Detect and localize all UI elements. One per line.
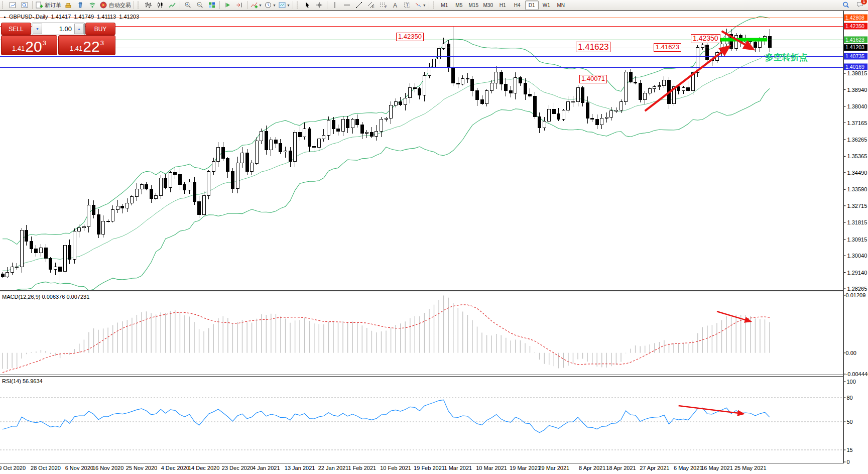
price-chart[interactable]: 1.398151.389401.380401.371651.362651.353… <box>0 11 868 474</box>
turning-point-note[interactable]: 多空转折点 <box>765 52 808 63</box>
ohlc-low: 1.41113 <box>97 14 116 20</box>
metaeditor-icon[interactable] <box>62 1 74 10</box>
zoom-out-icon[interactable] <box>194 1 206 10</box>
svg-text:1.42808: 1.42808 <box>845 15 864 21</box>
date-axis-label: 4 Jan 2021 <box>253 465 280 471</box>
toolbar-drag-handle[interactable] <box>297 2 300 9</box>
svg-text:F: F <box>385 5 387 9</box>
toolbar-drag-handle[interactable] <box>2 2 5 9</box>
templates-dropdown-caret[interactable]: ▼ <box>287 4 290 7</box>
volume-stepper[interactable]: ▼ 1.00 ▲ <box>32 23 85 35</box>
toolbar-separator <box>134 1 134 9</box>
periods-icon[interactable]: ▼ <box>263 1 277 10</box>
arrows-dropdown-caret[interactable]: ▼ <box>423 4 426 7</box>
price-callout[interactable]: 1.42350 <box>396 33 424 41</box>
price-axis-tick: 1.38040 <box>847 103 867 109</box>
date-axis-label: 19 Feb 2021 <box>414 465 445 471</box>
new-chart-icon[interactable] <box>7 1 19 10</box>
line-chart-icon[interactable] <box>166 1 178 10</box>
price-axis-tick: 1.30040 <box>847 253 867 259</box>
chart-window[interactable]: 1.398151.389401.380401.371651.362651.353… <box>0 11 868 474</box>
text-icon[interactable]: A <box>389 1 401 10</box>
symbol-header: ▲ GBPUSD-,Daily 1.41417 1.41749 1.41113 … <box>3 14 139 20</box>
timeframe-m30[interactable]: M30 <box>481 1 495 10</box>
arrows-tool-icon[interactable]: ▼ <box>413 1 427 10</box>
macd-axis-tick: 0.00 <box>846 350 856 356</box>
text-label-icon[interactable]: T <box>401 1 413 10</box>
price-axis-tick: 1.29140 <box>847 270 867 276</box>
buy-button[interactable]: BUY <box>85 23 115 35</box>
toolbar-separator <box>32 1 33 9</box>
date-axis-label: 1 Feb 2021 <box>348 465 376 471</box>
timeframe-h1[interactable]: H1 <box>496 1 510 10</box>
crosshair-icon[interactable] <box>313 1 325 10</box>
community-icon[interactable] <box>74 1 86 10</box>
buy-price-button[interactable]: 1.41 22 3 <box>58 35 115 55</box>
price-callout[interactable]: 1.41623 <box>654 43 681 52</box>
svg-text:A: A <box>393 2 397 9</box>
date-axis-label: 29 Mar 2021 <box>538 465 569 471</box>
date-axis-label: 25 May 2021 <box>734 465 767 471</box>
timeframe-mn[interactable]: MN <box>554 1 568 10</box>
sell-price-button[interactable]: 1.41 20 3 <box>1 35 57 55</box>
vertical-line-icon[interactable] <box>329 1 341 10</box>
search-icon[interactable] <box>840 1 852 10</box>
candlestick-chart-icon[interactable] <box>154 1 166 10</box>
timeframe-w1[interactable]: W1 <box>540 1 553 10</box>
indicators-dropdown-caret[interactable]: ▼ <box>259 4 262 7</box>
equidistant-channel-icon[interactable]: E <box>365 1 377 10</box>
fibonacci-icon[interactable]: F <box>377 1 389 10</box>
date-axis-label: 25 Nov 2020 <box>126 465 157 471</box>
date-axis-label: 16 May 2021 <box>701 465 733 471</box>
templates-icon[interactable]: ▼ <box>277 1 291 10</box>
toolbar-separator <box>247 1 247 9</box>
timeframe-m5[interactable]: M5 <box>452 1 466 10</box>
timeframe-d1[interactable]: D1 <box>525 1 539 10</box>
buy-price-prefix: 1.41 <box>70 45 82 52</box>
price-axis-tick: 1.37165 <box>847 120 867 126</box>
price-axis-tick: 1.33590 <box>847 186 867 192</box>
notifications-icon[interactable]: 1 <box>856 1 865 10</box>
timeframe-h4[interactable]: H4 <box>511 1 524 10</box>
macd-axis-tick: -0.004446 <box>846 371 868 377</box>
svg-text:1.40735: 1.40735 <box>845 53 864 59</box>
signals-icon[interactable] <box>86 1 98 10</box>
zoom-in-icon[interactable] <box>182 1 194 10</box>
date-axis-label: 27 Apr 2021 <box>640 465 669 471</box>
timeframe-m1[interactable]: M1 <box>438 1 451 10</box>
toolbar-drag-handle[interactable] <box>138 2 141 9</box>
price-callout[interactable]: 1.41623 <box>576 42 610 52</box>
price-axis-tick: 1.30915 <box>847 236 867 243</box>
autotrading-button[interactable]: 自动交易 <box>98 1 132 10</box>
market-watch-icon[interactable] <box>19 1 31 10</box>
periods-dropdown-caret[interactable]: ▼ <box>273 4 276 7</box>
toolbar-drag-handle[interactable] <box>433 2 436 9</box>
price-callout[interactable]: 1.40071 <box>579 75 607 83</box>
volume-decrease-button[interactable]: ▼ <box>33 24 42 34</box>
rsi-axis-tick: 100 <box>847 379 856 385</box>
rsi-indicator-label: RSI(14) 56.9634 <box>2 378 43 384</box>
price-axis-tick: 1.32715 <box>847 203 867 209</box>
bar-chart-icon[interactable] <box>142 1 154 10</box>
ohlc-close: 1.41203 <box>119 14 139 20</box>
cursor-icon[interactable] <box>301 1 313 10</box>
date-axis-label: 6 Nov 2020 <box>65 465 93 471</box>
volume-increase-button[interactable]: ▲ <box>74 24 84 34</box>
date-axis[interactable]: 9 Oct 202028 Oct 20206 Nov 202016 Nov 20… <box>0 465 767 471</box>
sell-button[interactable]: SELL <box>1 23 31 35</box>
timeframe-m15[interactable]: M15 <box>467 1 480 10</box>
horizontal-line-icon[interactable] <box>341 1 353 10</box>
volume-input[interactable]: 1.00 <box>43 23 74 35</box>
tile-windows-icon[interactable] <box>206 1 218 10</box>
chart-shift-icon[interactable] <box>233 1 245 10</box>
trendline-icon[interactable] <box>353 1 365 10</box>
new-order-button[interactable]: 新订单 <box>34 1 62 10</box>
svg-text:1.41203: 1.41203 <box>845 44 864 50</box>
price-axis-tick: 1.28265 <box>847 286 867 292</box>
auto-scroll-icon[interactable] <box>221 1 233 10</box>
macd-axis-tick: 0.01209 <box>846 292 866 298</box>
mt4-terminal: 新订单 自动交易 <box>0 0 868 474</box>
toolbar-separator <box>219 1 220 9</box>
price-callout[interactable]: 1.42350 <box>691 34 720 43</box>
indicators-icon[interactable]: ▼ <box>249 1 263 10</box>
